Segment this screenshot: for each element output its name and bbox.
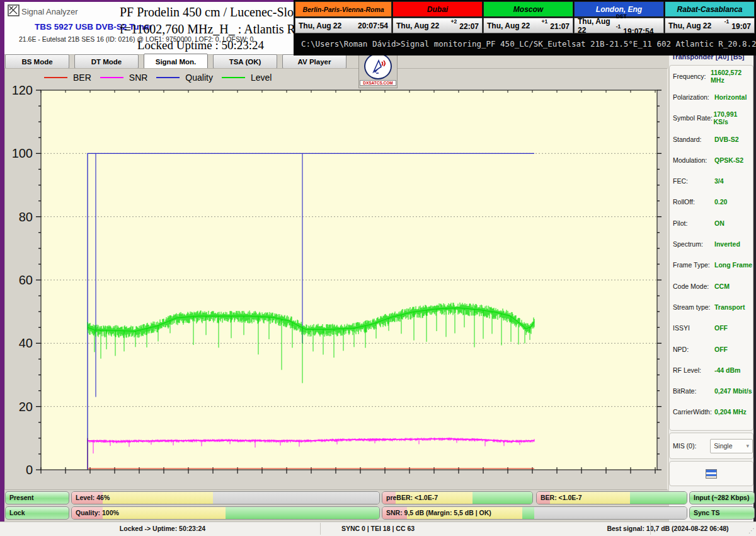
mis-row: MIS (0): Single ▾: [669, 433, 753, 459]
clock-city-label: Moscow: [483, 1, 573, 17]
clock-time-value: 20:07:54: [358, 21, 388, 30]
meter-segment-gray: [213, 492, 379, 504]
clock-city-label: Rabat-Casablanca: [665, 1, 755, 17]
indicator-input-282-kbps: Input (~282 Kbps): [689, 491, 755, 504]
field-label: Frequency:: [670, 73, 711, 80]
field-value: OFF: [714, 324, 728, 332]
field-value: 3/4: [714, 177, 724, 185]
indicator-label: Level: 46%: [76, 494, 110, 501]
field-label: Frame Type:: [670, 261, 714, 269]
indicator-label: Lock: [9, 509, 25, 516]
mis-dropdown[interactable]: Single ▾: [710, 439, 753, 453]
field-label: BitRate:: [670, 387, 714, 395]
svg-text:60: 60: [19, 273, 33, 287]
clock-city-label: Dubai: [392, 1, 483, 17]
indicator-quality-100: Quality: 100%: [71, 506, 380, 520]
mis-label: MIS (0):: [670, 442, 710, 450]
field-value: 0,247 Mbit/s: [714, 387, 752, 395]
field-value: 170,991 KS/s: [713, 110, 753, 125]
timezone-offset: -1: [724, 18, 730, 25]
field-value: Long Frame: [714, 261, 752, 269]
indicator-label: preBER: <1.0E-7: [386, 494, 438, 501]
meter-segment-green: [630, 492, 687, 504]
field-value: 11602,572 MHz: [711, 69, 753, 84]
indicator-label: BER: <1.0E-7: [541, 494, 582, 501]
svg-text:20: 20: [19, 400, 33, 414]
field-value: OFF: [714, 346, 728, 353]
svg-text:120: 120: [12, 83, 33, 97]
world-clock-overlay: Berlin-Paris-Vienna-RomaThu, Aug 2220:07…: [294, 0, 756, 55]
clock-time-cell: Thu, Aug 22+121:07: [483, 18, 573, 33]
transponder-field-frame-type: Frame Type:Long Frame: [670, 255, 753, 276]
transponder-field-rolloff: RollOff:0.20: [670, 192, 753, 213]
chevron-down-icon: ▾: [746, 443, 749, 449]
tab-bs-mode[interactable]: BS Mode: [5, 54, 69, 69]
statusbar-sync: SYNC 0 | TEI 18 | CC 63: [341, 525, 415, 532]
dish-location-title: PF Prodelin 450 cm / Lucenec-Slovakia: [120, 5, 321, 20]
indicator-sync-ts: Sync TS: [689, 506, 755, 520]
field-label: RF Level:: [670, 366, 714, 374]
clock-time-value: +121:07: [542, 21, 570, 31]
signal-chart: 020406080100120: [4, 69, 668, 487]
clock-time-value: -119:07: [724, 21, 751, 31]
clock-column-dubai: DubaiThu, Aug 22+222:07: [392, 1, 483, 33]
clock-column-moscow: MoscowThu, Aug 22+121:07: [483, 1, 574, 33]
meter-segment-gray: [534, 507, 687, 519]
window-border-right: [753, 0, 756, 536]
field-value: CCM: [714, 283, 730, 290]
window-border-left: [0, 0, 4, 536]
tab-signal-mon[interactable]: Signal Mon.: [144, 54, 208, 69]
locked-uptime-title: Locked Uptime : 50:23:24: [137, 38, 264, 52]
clock-time-text: 19:07:54: [623, 27, 653, 36]
field-label: Symbol Rate:: [670, 114, 713, 122]
transponder-field-fec: FEC:3/4: [670, 170, 753, 191]
timezone-offset: +2: [451, 18, 457, 25]
transponder-fields-box: Frequency:11602,572 MHzPolarization:Hori…: [669, 65, 753, 431]
indicator-present: Present: [5, 491, 69, 504]
transponder-field-standard: Standard:DVB-S2: [670, 129, 753, 149]
transponder-field-pilot: Pilot:ON: [670, 213, 753, 233]
field-label: Spectrum:: [670, 240, 714, 248]
meter-segment-yellow: [103, 492, 214, 504]
tab-av-player[interactable]: AV Player: [282, 54, 346, 69]
window-title: Signal Analyzer: [21, 7, 78, 16]
field-label: ISSYI: [670, 324, 714, 332]
field-value: ON: [714, 219, 724, 227]
field-label: Polarization:: [670, 93, 714, 101]
field-label: Stream type:: [670, 303, 714, 311]
tab-dt-mode[interactable]: DT Mode: [74, 54, 139, 69]
meter-segment-green: [226, 507, 379, 519]
stream-list-icon: [706, 469, 717, 479]
field-label: Standard:: [670, 136, 714, 143]
clock-date: Thu, Aug 22: [668, 21, 711, 30]
svg-text:100: 100: [12, 146, 33, 160]
meter-segment-green: [522, 507, 534, 519]
indicator-label: SNR: 9,5 dB (Margin: 5,5 dB | OK): [386, 509, 491, 516]
resize-grip[interactable]: ⋰: [748, 527, 755, 534]
clock-date: Thu, Aug 22: [299, 21, 341, 30]
transponder-field-rf-level: RF Level:-44 dBm: [670, 359, 753, 380]
clock-time-text: 19:07: [731, 22, 751, 31]
clock-time-cell: Thu, Aug 22DST -119:07:54: [574, 18, 664, 33]
indicator-preber-1-0e-7: preBER: <1.0E-7: [382, 491, 533, 504]
indicator-label: Quality: 100%: [76, 509, 119, 516]
meter-segment-green: [472, 492, 532, 504]
field-label: Pilot:: [670, 219, 714, 227]
tab-tsa-ok[interactable]: TSA (OK): [213, 54, 277, 69]
transponder-field-carrierwidth: CarrierWidth:0,204 MHz: [670, 402, 753, 422]
terminal-command-line[interactable]: C:\Users\Roman Dávid>Signal monitoring_P…: [295, 33, 756, 49]
field-value: Inverted: [714, 240, 740, 248]
clock-time-cell: Thu, Aug 2220:07:54: [295, 18, 392, 33]
svg-text:80: 80: [19, 210, 33, 224]
panel-action-button[interactable]: [669, 461, 753, 486]
svg-text:0: 0: [26, 463, 33, 477]
satellite-dish-icon: [364, 53, 392, 79]
frequency-title: f=11602,760 MHz_H_ : Atlantis Radio: [120, 22, 317, 37]
clock-date: Thu, Aug 22: [396, 21, 439, 30]
field-label: RollOff:: [670, 198, 714, 206]
statusbar-uptime: Locked -> Uptime: 50:23:24: [120, 525, 205, 532]
clock-time-text: 21:07: [550, 22, 570, 31]
field-label: CarrierWidth:: [670, 408, 714, 416]
clock-grid: Berlin-Paris-Vienna-RomaThu, Aug 2220:07…: [295, 1, 756, 33]
field-value: -44 dBm: [714, 366, 740, 374]
